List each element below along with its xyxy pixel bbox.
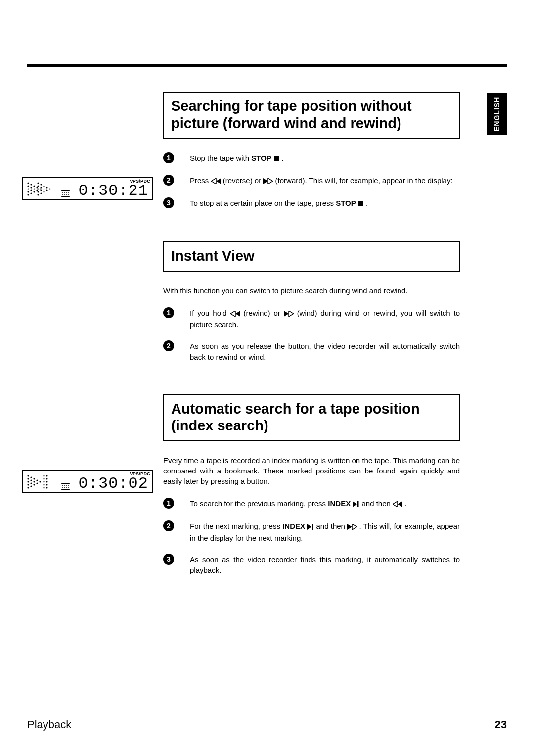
svg-point-18 (37, 191, 39, 192)
svg-point-5 (30, 184, 32, 185)
svg-point-38 (30, 485, 32, 487)
step-text: As soon as you release the button, the v… (190, 341, 460, 363)
svg-point-9 (33, 185, 35, 187)
svg-marker-64 (289, 311, 294, 317)
svg-point-53 (46, 484, 47, 485)
svg-marker-58 (263, 178, 268, 184)
svg-point-24 (43, 185, 44, 187)
svg-point-6 (30, 187, 32, 188)
section-title-index-search: Automatic search for a tape position (in… (163, 394, 460, 442)
step-number-badge: 2 (163, 520, 174, 531)
step-number-badge: 2 (163, 340, 174, 351)
vcr-display-1: VPS/PDC 0:30:21 (22, 177, 153, 200)
index-next-icon (353, 499, 359, 510)
svg-point-45 (43, 475, 44, 476)
svg-point-35 (30, 476, 32, 478)
svg-marker-56 (211, 178, 216, 184)
svg-rect-70 (312, 524, 313, 530)
svg-point-37 (30, 482, 32, 484)
stop-icon (273, 154, 279, 165)
section-title-instant-view: Instant View (163, 241, 460, 272)
svg-point-36 (30, 479, 32, 481)
svg-point-50 (46, 475, 47, 476)
svg-point-27 (46, 187, 47, 188)
step-number-badge: 3 (163, 554, 174, 565)
step-row: 3 To stop at a certain place on the tape… (163, 198, 460, 210)
svg-point-40 (33, 481, 35, 482)
step-number-badge: 1 (163, 307, 174, 318)
svg-point-33 (27, 484, 29, 485)
step-text: To search for the previous marking, pres… (190, 498, 460, 510)
step-number-badge: 1 (163, 498, 174, 509)
cassette-icon (61, 190, 70, 197)
svg-point-16 (37, 185, 39, 187)
step-text: To stop at a certain place on the tape, … (190, 198, 460, 210)
step-row: 3 As soon as the video recorder finds th… (163, 554, 460, 576)
svg-marker-65 (353, 501, 357, 507)
svg-point-0 (27, 182, 29, 184)
svg-point-21 (40, 187, 42, 188)
rewind-icon (393, 499, 402, 510)
step-number-badge: 1 (163, 152, 174, 163)
svg-point-10 (33, 188, 35, 189)
svg-point-48 (43, 484, 44, 485)
ffwd-dot-icon (26, 180, 54, 198)
svg-point-28 (46, 189, 47, 191)
svg-point-13 (36, 189, 38, 191)
svg-point-42 (36, 479, 38, 481)
svg-point-25 (43, 188, 44, 189)
index-next-icon (307, 522, 314, 533)
svg-marker-71 (347, 524, 352, 530)
svg-rect-60 (358, 201, 363, 206)
footer-page-number: 23 (495, 718, 507, 731)
svg-point-29 (49, 188, 50, 189)
step-text: Press (reverse) or (forward). This will,… (190, 175, 460, 187)
svg-marker-63 (284, 311, 289, 317)
step-number-badge: 2 (163, 175, 174, 186)
step-text: Stop the tape with STOP . (190, 153, 460, 165)
svg-point-44 (39, 481, 41, 482)
counter-time: 0:30:02 (79, 474, 148, 493)
ffwd-icon (284, 309, 294, 320)
step-row: 1 To search for the previous marking, pr… (163, 498, 460, 510)
svg-marker-72 (352, 524, 357, 530)
svg-point-39 (33, 478, 35, 479)
svg-point-32 (27, 481, 29, 482)
svg-point-11 (33, 191, 35, 192)
svg-marker-57 (216, 178, 221, 184)
svg-point-34 (27, 487, 29, 488)
step-text: For the next marking, press INDEX and th… (190, 521, 460, 544)
step-row: 2 Press (reverse) or (forward). This wil… (163, 175, 460, 187)
svg-marker-59 (268, 178, 273, 184)
svg-point-46 (43, 478, 44, 479)
instant-view-intro: With this function you can switch to pic… (163, 285, 460, 296)
svg-point-49 (43, 487, 44, 488)
footer-section-name: Playback (27, 718, 71, 731)
rewind-icon (230, 309, 240, 320)
svg-marker-68 (398, 501, 402, 507)
svg-point-31 (27, 478, 29, 479)
svg-rect-66 (357, 501, 359, 507)
svg-point-43 (36, 482, 38, 484)
index-fwd-dot-icon (26, 473, 54, 491)
svg-point-7 (30, 189, 32, 191)
step-row: 1 Stop the tape with STOP . (163, 153, 460, 165)
svg-point-30 (27, 475, 29, 476)
step-text: As soon as the video recorder finds this… (190, 554, 460, 576)
step-number-badge: 3 (163, 197, 174, 208)
svg-point-26 (43, 191, 44, 192)
index-search-intro: Every time a tape is recorded an index m… (163, 455, 460, 486)
svg-marker-62 (235, 311, 240, 317)
svg-point-3 (27, 191, 29, 192)
svg-marker-67 (393, 501, 398, 507)
counter-time: 0:30:21 (79, 182, 148, 200)
svg-point-12 (36, 187, 38, 188)
svg-point-2 (27, 188, 29, 189)
svg-point-23 (40, 192, 42, 194)
svg-point-15 (37, 182, 39, 184)
stop-icon (358, 199, 364, 210)
vcr-display-2: VPS/PDC 0:30:02 (22, 470, 153, 493)
svg-point-17 (37, 188, 39, 189)
svg-point-1 (27, 185, 29, 187)
svg-point-14 (39, 188, 41, 189)
